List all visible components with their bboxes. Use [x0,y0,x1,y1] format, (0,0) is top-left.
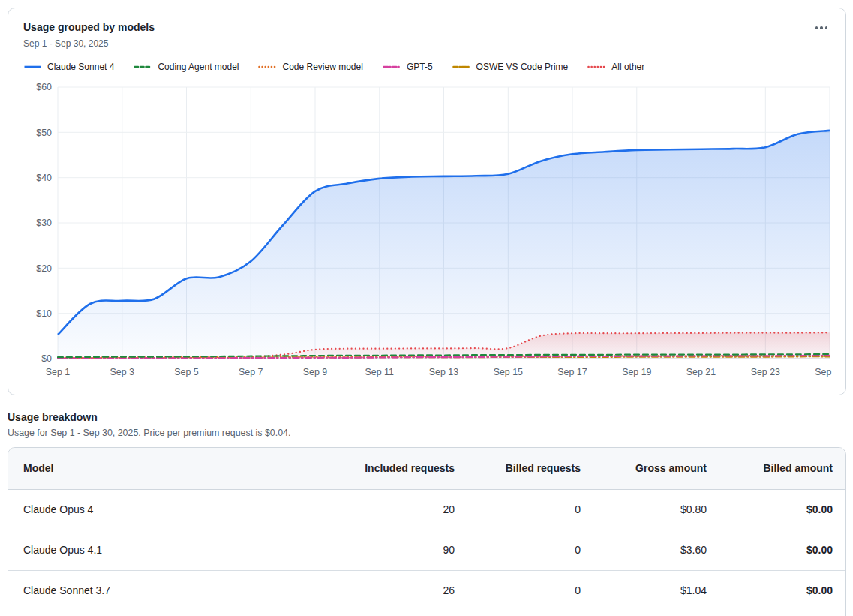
chart-title-block: Usage grouped by models Sep 1 - Sep 30, … [23,20,155,49]
svg-text:Sep 13: Sep 13 [429,367,458,377]
legend-item-label: Coding Agent model [158,62,239,72]
chart-legend: Claude Sonnet 4Coding Agent modelCode Re… [23,62,830,72]
svg-text:$50: $50 [36,128,52,138]
svg-text:$10: $10 [36,308,52,319]
billed-requests-cell: 0 [455,570,581,611]
model-name-cell: Claude Opus 4.1 [8,530,329,570]
legend-item-3[interactable]: GPT-5 [383,62,433,72]
gross-amount-cell: $0.80 [581,489,707,530]
svg-text:Sep 9: Sep 9 [303,367,327,377]
legend-item-label: OSWE VS Code Prime [476,62,569,72]
chart-title: Usage grouped by models [23,20,155,34]
column-header-gross-amount: Gross amount [581,448,707,489]
svg-text:$40: $40 [36,173,52,183]
svg-text:$30: $30 [36,218,52,228]
legend-item-1[interactable]: Coding Agent model [134,62,239,72]
gross-amount-cell: $3.60 [581,530,707,570]
included-requests-cell: 90 [329,530,455,570]
billed-requests-cell: 0 [455,489,581,530]
column-header-included-requests: Included requests [329,448,455,489]
svg-text:Sep 15: Sep 15 [494,367,523,377]
svg-text:Sep 25: Sep 25 [815,367,832,377]
table-header-row: Model Included requests Billed requests … [8,448,845,489]
usage-breakdown-table: Model Included requests Billed requests … [8,448,845,616]
model-name-cell: Claude Sonnet 3.7 [8,570,329,611]
svg-text:Sep 5: Sep 5 [174,367,198,377]
usage-chart-card: Usage grouped by models Sep 1 - Sep 30, … [8,8,846,395]
kebab-dot-icon [820,26,823,29]
legend-item-label: GPT-5 [407,62,433,72]
svg-text:Sep 1: Sep 1 [46,367,70,377]
legend-item-0[interactable]: Claude Sonnet 4 [23,62,114,72]
billed-requests-cell: 0 [455,530,581,570]
svg-text:Sep 3: Sep 3 [110,367,134,377]
included-requests-cell: 20 [329,489,455,530]
usage-chart: Sep 1Sep 3Sep 5Sep 7Sep 9Sep 11Sep 13Sep… [23,80,832,384]
column-header-model: Model [8,448,329,489]
gross-amount-cell: $1.04 [581,570,707,611]
column-header-billed-requests: Billed requests [455,448,581,489]
kebab-dot-icon [825,26,828,29]
billed-amount-cell: $0.00 [707,530,845,570]
usage-breakdown-heading: Usage breakdown Usage for Sep 1 - Sep 30… [8,411,845,438]
svg-text:Sep 11: Sep 11 [365,367,394,377]
svg-text:$0: $0 [41,353,52,364]
legend-item-4[interactable]: OSWE VS Code Prime [452,62,569,72]
legend-item-label: All other [611,62,644,72]
legend-swatch-icon [23,63,42,71]
usage-breakdown-subtitle: Usage for Sep 1 - Sep 30, 2025. Price pe… [8,428,845,438]
svg-text:Sep 17: Sep 17 [557,367,587,377]
svg-text:Sep 7: Sep 7 [239,367,263,377]
chart-area: Sep 1Sep 3Sep 5Sep 7Sep 9Sep 11Sep 13Sep… [23,80,830,387]
svg-text:$20: $20 [36,263,52,274]
table-row: Claude Opus 4.1 90 0 $3.60 $0.00 [8,530,845,570]
table-row-partial [8,611,845,616]
legend-swatch-icon [383,63,401,71]
legend-item-5[interactable]: All other [587,62,644,72]
kebab-dot-icon [815,26,818,29]
svg-text:Sep 23: Sep 23 [751,367,780,377]
table-row: Claude Sonnet 3.7 26 0 $1.04 $0.00 [8,570,845,611]
legend-swatch-icon [587,63,606,71]
chart-date-range: Sep 1 - Sep 30, 2025 [23,38,155,49]
legend-item-label: Code Review model [282,62,362,72]
table-row: Claude Opus 4 20 0 $0.80 $0.00 [8,489,845,530]
kebab-menu-button[interactable] [812,20,831,35]
usage-breakdown-title: Usage breakdown [8,411,845,423]
legend-item-label: Claude Sonnet 4 [47,62,114,72]
usage-breakdown-table-card: Model Included requests Billed requests … [8,447,846,616]
svg-text:Sep 21: Sep 21 [686,367,716,377]
svg-text:Sep 19: Sep 19 [622,367,651,377]
included-requests-cell: 26 [329,570,455,611]
legend-swatch-icon [258,63,277,71]
billed-amount-cell: $0.00 [707,570,845,611]
model-name-cell: Claude Opus 4 [8,489,329,530]
svg-text:$60: $60 [36,82,52,92]
legend-swatch-icon [134,63,152,71]
legend-item-2[interactable]: Code Review model [258,62,362,72]
legend-swatch-icon [452,63,471,71]
chart-header: Usage grouped by models Sep 1 - Sep 30, … [23,20,830,49]
column-header-billed-amount: Billed amount [707,448,845,489]
billed-amount-cell: $0.00 [707,489,845,530]
